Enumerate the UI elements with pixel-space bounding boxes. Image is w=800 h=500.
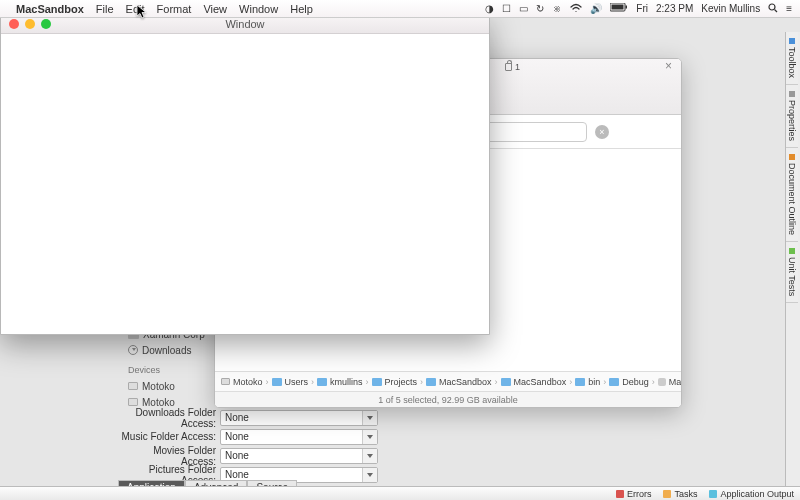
user-menu[interactable]: Kevin Mullins <box>701 3 760 14</box>
menu-window[interactable]: Window <box>239 3 278 15</box>
finder-lock-badge: 1 <box>505 62 520 72</box>
folder-icon <box>575 378 585 386</box>
close-button[interactable] <box>9 19 19 29</box>
output-icon <box>709 490 717 498</box>
window-title: Window <box>225 18 264 30</box>
cursor-icon <box>136 4 148 22</box>
errors-icon <box>616 490 624 498</box>
svg-rect-1 <box>612 5 624 10</box>
path-crumb[interactable]: kmullins <box>317 377 363 387</box>
folder-icon <box>501 378 511 386</box>
tab-unit-tests[interactable]: Unit Tests <box>786 242 798 303</box>
tab-properties[interactable]: Properties <box>786 85 798 148</box>
path-crumb[interactable]: Debug <box>609 377 649 387</box>
traffic-lights <box>9 19 51 29</box>
app-window: Window <box>0 13 490 335</box>
sidebar-device-1[interactable]: Motoko <box>128 378 210 394</box>
hdd-icon <box>128 398 138 406</box>
finder-sidebar-peek: Xamarin Corp Downloads Devices Motoko Mo… <box>128 326 210 410</box>
ide-status-bar: Errors Tasks Application Output <box>0 486 800 500</box>
sidebar-item-downloads[interactable]: Downloads <box>128 342 210 358</box>
tasks-icon <box>663 490 671 498</box>
menu-help[interactable]: Help <box>290 3 313 15</box>
path-crumb[interactable]: MacSandbox <box>658 377 681 387</box>
folder-icon <box>426 378 436 386</box>
tab-document-outline[interactable]: Document Outline <box>786 148 798 242</box>
menu-status-area: ◑ ☐ ▭ ↻ ⨳ 🔊 Fri 2:23 PM Kevin Mullins ≡ <box>485 3 792 15</box>
app-content <box>1 34 489 334</box>
status-app-output[interactable]: Application Output <box>709 489 794 499</box>
zoom-button[interactable] <box>41 19 51 29</box>
path-crumb[interactable]: MacSandbox <box>426 377 492 387</box>
menu-file[interactable]: File <box>96 3 114 15</box>
outline-icon <box>789 154 795 160</box>
search-clear-button[interactable]: × <box>595 125 609 139</box>
path-crumb[interactable]: Projects <box>372 377 418 387</box>
row-movies-access: Movies Folder Access: None <box>118 446 784 465</box>
svg-rect-2 <box>626 6 628 9</box>
hdd-icon <box>221 378 230 385</box>
hdd-icon <box>128 382 138 390</box>
entitlements-form: Downloads Folder Access: None Music Fold… <box>118 408 784 484</box>
svg-line-4 <box>775 9 778 12</box>
tab-toolbox[interactable]: Toolbox <box>786 32 798 85</box>
folder-icon <box>609 378 619 386</box>
spotlight-icon[interactable] <box>768 3 778 15</box>
menu-format[interactable]: Format <box>157 3 192 15</box>
status-tasks[interactable]: Tasks <box>663 489 697 499</box>
select-music-access[interactable]: None <box>220 429 378 445</box>
row-music-access: Music Folder Access: None <box>118 427 784 446</box>
menu-view[interactable]: View <box>203 3 227 15</box>
downloads-icon <box>128 345 138 355</box>
label-downloads-access: Downloads Folder Access: <box>118 407 220 429</box>
volume-icon[interactable]: 🔊 <box>590 3 602 14</box>
select-movies-access[interactable]: None <box>220 448 378 464</box>
path-crumb[interactable]: Users <box>272 377 309 387</box>
minimize-button[interactable] <box>25 19 35 29</box>
path-crumb[interactable]: Motoko <box>221 377 263 387</box>
lock-icon <box>505 63 512 71</box>
finder-close-tab[interactable]: × <box>665 61 675 71</box>
wifi-icon[interactable] <box>570 3 582 15</box>
menu-bar: MacSandbox File Edit Format View Window … <box>0 0 800 18</box>
status-errors[interactable]: Errors <box>616 489 652 499</box>
properties-icon <box>789 91 795 97</box>
path-crumb[interactable]: MacSandbox <box>501 377 567 387</box>
timemachine-icon[interactable]: ↻ <box>536 3 544 14</box>
toolbox-icon <box>789 38 795 44</box>
path-crumb[interactable]: bin <box>575 377 600 387</box>
tests-icon <box>789 248 795 254</box>
sync-icon[interactable]: ◑ <box>485 3 494 14</box>
dropbox-icon[interactable]: ☐ <box>502 3 511 14</box>
app-menu[interactable]: MacSandbox <box>16 3 84 15</box>
finder-status-bar: 1 of 5 selected, 92.99 GB available <box>215 391 681 407</box>
label-music-access: Music Folder Access: <box>118 431 220 442</box>
clock-day[interactable]: Fri <box>636 3 648 14</box>
bluetooth-icon[interactable]: ⨳ <box>552 3 562 14</box>
clock-time[interactable]: 2:23 PM <box>656 3 693 14</box>
sidebar-devices-header: Devices <box>128 362 210 378</box>
battery-icon[interactable] <box>610 3 628 14</box>
app-icon <box>658 378 666 386</box>
folder-icon <box>317 378 327 386</box>
finder-path-bar: Motoko› Users› kmullins› Projects› MacSa… <box>215 371 681 391</box>
select-downloads-access[interactable]: None <box>220 410 378 426</box>
svg-point-3 <box>769 4 775 10</box>
row-downloads-access: Downloads Folder Access: None <box>118 408 784 427</box>
notification-center-icon[interactable]: ≡ <box>786 3 792 14</box>
display-icon[interactable]: ▭ <box>519 3 528 14</box>
folder-icon <box>272 378 282 386</box>
folder-icon <box>372 378 382 386</box>
right-panel-tabs: Toolbox Properties Document Outline Unit… <box>785 32 800 486</box>
